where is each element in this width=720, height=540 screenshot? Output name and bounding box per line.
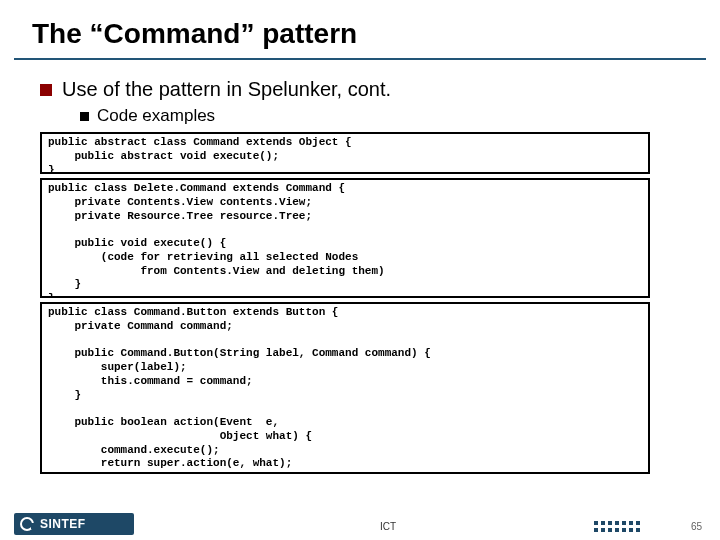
dots-decoration — [594, 521, 640, 532]
brand-badge: SINTEF — [14, 513, 134, 535]
brand-text: SINTEF — [40, 517, 86, 531]
bullet-level1-text: Use of the pattern in Spelunker, cont. — [62, 78, 391, 101]
title-underline — [14, 58, 706, 60]
bullet-level2: Code examples — [80, 106, 215, 126]
code-box-1: public abstract class Command extends Ob… — [40, 132, 650, 174]
bullet-square-icon — [40, 84, 52, 96]
bullet-level1: Use of the pattern in Spelunker, cont. — [40, 78, 391, 101]
brand-logo: SINTEF — [14, 514, 134, 534]
dept-label: ICT — [380, 521, 396, 532]
slide: The “Command” pattern Use of the pattern… — [0, 0, 720, 540]
page-number: 65 — [691, 521, 702, 532]
brand-circle-icon — [20, 517, 34, 531]
code-box-3: public class Command.Button extends Butt… — [40, 302, 650, 474]
code-box-2: public class Delete.Command extends Comm… — [40, 178, 650, 298]
footer: SINTEF ICT 65 — [0, 510, 720, 540]
bullet-level2-text: Code examples — [97, 106, 215, 126]
bullet-square-icon — [80, 112, 89, 121]
slide-title: The “Command” pattern — [32, 18, 357, 50]
